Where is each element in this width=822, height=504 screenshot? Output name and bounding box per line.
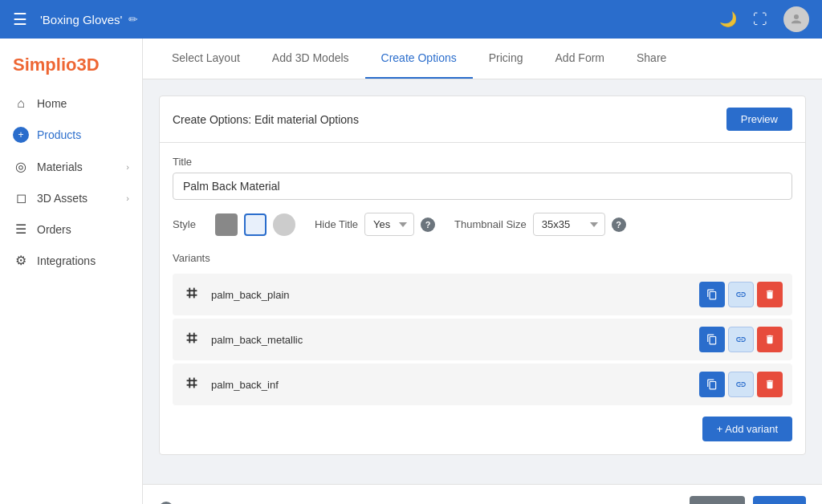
table-row: palm_back_inf (173, 364, 792, 405)
footer-actions: Close Save (690, 496, 806, 504)
main-content: Create Options: Edit material Options Pr… (143, 79, 822, 484)
thumbnail-help-icon[interactable]: ? (612, 217, 626, 232)
variant-list: palm_back_plain (173, 274, 792, 405)
header-actions: 🌙 ⛶ (719, 6, 809, 32)
variant-copy-button[interactable] (699, 372, 725, 397)
footer-bar: ? Material option must have at least 1 p… (143, 484, 822, 504)
hide-title-group: Hide Title Yes No ? (315, 213, 435, 236)
sidebar-item-label: Orders (37, 223, 129, 236)
sidebar-item-3d-assets[interactable]: ◻ 3D Assets › (0, 182, 142, 213)
footer-help-icon: ? (159, 502, 173, 505)
footer-info: ? Material option must have at least 1 p… (159, 502, 397, 505)
sidebar-item-home[interactable]: ⌂ Home (0, 88, 142, 119)
sidebar-item-label: 3D Assets (37, 192, 118, 205)
sidebar-item-orders[interactable]: ☰ Orders (0, 213, 142, 245)
style-label: Style (173, 218, 196, 230)
tab-add-3d-models[interactable]: Add 3D Models (256, 39, 365, 79)
sidebar-item-label: Home (37, 97, 129, 110)
logo: Simplio3D (13, 55, 129, 75)
variant-link-button[interactable] (728, 372, 754, 397)
variant-delete-button[interactable] (757, 327, 783, 352)
options-card: Create Options: Edit material Options Pr… (159, 96, 806, 455)
variant-move-icon (182, 329, 201, 351)
table-row: palm_back_metallic (173, 319, 792, 360)
variant-name: palm_back_inf (211, 379, 690, 391)
title-label: Title (173, 156, 792, 168)
variant-name: palm_back_metallic (211, 334, 690, 346)
active-indicator: + (13, 127, 29, 143)
hide-title-select[interactable]: Yes No (364, 213, 414, 236)
top-header: ☰ 'Boxing Gloves' ✏ 🌙 ⛶ (0, 0, 822, 39)
variant-name: palm_back_plain (211, 289, 690, 301)
page-title-area: 'Boxing Gloves' ✏ (40, 13, 719, 26)
variant-move-icon (182, 284, 201, 306)
style-swatch-dark[interactable] (215, 213, 238, 236)
variants-label: Variants (173, 252, 792, 264)
dark-mode-icon[interactable]: 🌙 (719, 10, 737, 28)
sidebar-item-label: Materials (37, 161, 118, 173)
main-layout: Simplio3D ⌂ Home + Products ◎ Materials … (0, 39, 822, 504)
sidebar-item-integrations[interactable]: ⚙ Integrations (0, 245, 142, 276)
3d-assets-icon: ◻ (13, 190, 29, 205)
variant-copy-button[interactable] (699, 282, 725, 307)
variant-actions (699, 372, 783, 397)
card-header-title: Create Options: Edit material Options (173, 113, 359, 126)
sidebar-item-label: Products (37, 128, 129, 141)
variant-delete-button[interactable] (757, 282, 783, 307)
title-group: Title (173, 156, 792, 200)
variant-actions (699, 327, 783, 352)
title-input[interactable] (173, 173, 792, 200)
tab-create-options[interactable]: Create Options (365, 39, 473, 79)
variant-delete-button[interactable] (757, 372, 783, 397)
materials-icon: ◎ (13, 159, 29, 174)
style-swatch-light[interactable] (273, 213, 295, 236)
tab-bar: Select Layout Add 3D Models Create Optio… (143, 39, 822, 79)
sidebar-nav: ⌂ Home + Products ◎ Materials › ◻ 3D Ass… (0, 88, 142, 276)
home-icon: ⌂ (13, 96, 29, 111)
table-row: palm_back_plain (173, 274, 792, 315)
tab-pricing[interactable]: Pricing (473, 39, 539, 79)
hide-title-help-icon[interactable]: ? (421, 217, 435, 232)
thumbnail-group: Thumbnail Size 35x35 50x50 75x75 100x100… (454, 213, 626, 236)
svg-point-0 (794, 14, 799, 19)
orders-icon: ☰ (13, 222, 29, 237)
variant-move-icon (182, 374, 201, 396)
hide-title-label: Hide Title (315, 218, 358, 230)
chevron-right-icon: › (126, 162, 129, 172)
page-title: 'Boxing Gloves' (40, 13, 122, 26)
integrations-icon: ⚙ (13, 253, 29, 268)
chevron-right-icon: › (126, 193, 129, 203)
sidebar: Simplio3D ⌂ Home + Products ◎ Materials … (0, 39, 143, 504)
content-area: Select Layout Add 3D Models Create Optio… (143, 39, 822, 504)
variants-section: Variants palm_back_plain (173, 252, 792, 441)
sidebar-item-label: Integrations (37, 254, 129, 267)
tab-select-layout[interactable]: Select Layout (156, 39, 256, 79)
variant-link-button[interactable] (728, 282, 754, 307)
card-header: Create Options: Edit material Options Pr… (160, 96, 805, 143)
sidebar-item-materials[interactable]: ◎ Materials › (0, 151, 142, 182)
close-button[interactable]: Close (690, 496, 745, 504)
preview-button[interactable]: Preview (726, 108, 792, 131)
thumbnail-size-select[interactable]: 35x35 50x50 75x75 100x100 (533, 213, 605, 236)
thumbnail-size-label: Thumbnail Size (454, 218, 527, 230)
card-body: Title Style Hide Title (160, 143, 805, 454)
sidebar-item-products[interactable]: + Products (0, 119, 142, 151)
fullscreen-icon[interactable]: ⛶ (753, 11, 767, 28)
menu-icon[interactable]: ☰ (13, 10, 27, 29)
tab-share[interactable]: Share (621, 39, 682, 79)
user-avatar[interactable] (783, 6, 809, 32)
save-button[interactable]: Save (753, 496, 806, 504)
logo-area: Simplio3D (0, 45, 142, 88)
style-row: Style Hide Title Yes No ? (173, 213, 792, 236)
variant-copy-button[interactable] (699, 327, 725, 352)
add-variant-button[interactable]: + Add variant (702, 417, 792, 441)
style-swatch-selected[interactable] (244, 213, 267, 236)
tab-add-form[interactable]: Add Form (539, 39, 621, 79)
variant-link-button[interactable] (728, 327, 754, 352)
edit-icon[interactable]: ✏ (128, 13, 138, 26)
variant-actions (699, 282, 783, 307)
style-options (215, 213, 295, 236)
